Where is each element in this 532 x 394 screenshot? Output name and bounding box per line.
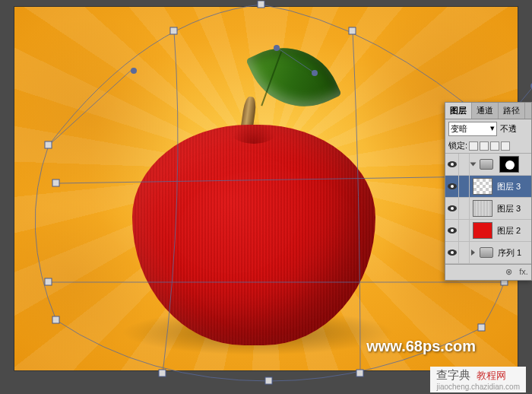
layer-row[interactable]	[445, 154, 531, 176]
panel-footer: ⊗ fx.	[445, 264, 531, 280]
layer-list: 图层 3 图层 3 图层 2 序列 1	[445, 154, 531, 264]
blend-mode-value: 变暗	[451, 123, 467, 135]
eye-icon	[448, 227, 457, 234]
tab-paths[interactable]: 路径	[499, 103, 525, 119]
eye-icon	[448, 205, 457, 211]
eye-icon	[448, 249, 457, 256]
site-credit: 查字典教程网 jiaocheng.chazidian.com	[430, 367, 526, 392]
layer-name[interactable]: 图层 3	[496, 181, 521, 192]
lock-label: 锁定:	[448, 140, 467, 151]
link-col[interactable]	[459, 154, 470, 175]
visibility-toggle[interactable]	[445, 176, 459, 197]
layer-name[interactable]: 图层 2	[496, 225, 521, 237]
layer-row[interactable]: 图层 2	[445, 220, 531, 242]
layer-thumb[interactable]	[473, 200, 492, 217]
layer-row[interactable]: 图层 3	[445, 198, 531, 220]
apple	[132, 125, 375, 353]
tab-channels[interactable]: 通道	[472, 103, 499, 119]
layer-mask-thumb[interactable]	[499, 156, 519, 173]
tab-layers[interactable]: 图层	[445, 103, 472, 119]
visibility-toggle[interactable]	[445, 220, 459, 241]
canvas[interactable]: www.68ps.com	[14, 6, 518, 371]
credit-main: 查字典	[436, 368, 470, 381]
link-layers-icon[interactable]: ⊗	[503, 267, 514, 278]
apple-body	[132, 125, 375, 345]
visibility-toggle[interactable]	[445, 198, 459, 219]
link-col[interactable]	[459, 220, 470, 241]
credit-url: jiaocheng.chazidian.com	[436, 383, 520, 391]
lock-transparency-icon[interactable]	[469, 141, 478, 151]
watermark: www.68ps.com	[366, 338, 476, 355]
svg-rect-13	[356, 370, 363, 377]
fx-icon[interactable]: fx.	[518, 267, 529, 278]
blend-mode-select[interactable]: 变暗 ▾	[448, 122, 497, 136]
eye-icon	[448, 161, 457, 167]
expand-icon[interactable]	[471, 249, 475, 256]
lock-all-icon[interactable]	[501, 141, 510, 151]
panel-tabs: 图层 通道 路径	[445, 103, 531, 119]
folder-icon	[480, 159, 493, 170]
lock-position-icon[interactable]	[490, 141, 499, 151]
lock-pixels-icon[interactable]	[480, 141, 489, 151]
layer-name[interactable]: 序列 1	[496, 247, 521, 259]
apple-dip	[231, 121, 277, 144]
link-col[interactable]	[459, 242, 470, 263]
layer-row[interactable]: 序列 1	[445, 242, 531, 264]
layers-panel: 图层 通道 路径 变暗 ▾ 不透 锁定: 图层 3	[445, 102, 532, 281]
svg-rect-9	[265, 377, 272, 384]
link-col[interactable]	[459, 198, 470, 219]
layer-name[interactable]: 图层 3	[496, 203, 521, 214]
folder-icon	[480, 247, 493, 258]
eye-icon	[448, 183, 457, 189]
layer-row[interactable]: 图层 3	[445, 176, 531, 198]
svg-rect-12	[159, 370, 166, 377]
opacity-label: 不透	[500, 123, 517, 135]
visibility-toggle[interactable]	[445, 154, 459, 175]
chevron-down-icon: ▾	[490, 123, 495, 135]
credit-sub: 教程网	[477, 370, 506, 381]
collapse-icon[interactable]	[470, 163, 477, 167]
layer-thumb[interactable]	[473, 222, 492, 239]
layer-thumb[interactable]	[473, 178, 492, 195]
link-col[interactable]	[459, 176, 470, 197]
visibility-toggle[interactable]	[445, 242, 459, 263]
